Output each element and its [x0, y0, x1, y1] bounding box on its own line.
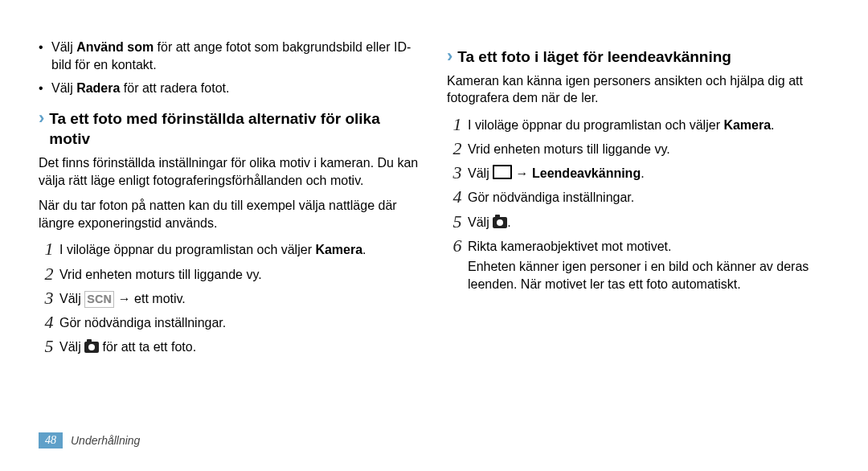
- step-item: 5 Välj för att ta ett foto.: [39, 337, 421, 356]
- step-text: .: [362, 243, 366, 256]
- step-text: Välj: [468, 166, 493, 180]
- paragraph: Det finns förinställda inställningar för…: [39, 154, 421, 189]
- bullet-item: Välj Radera för att radera fotot.: [39, 80, 421, 97]
- step-item: 2 Vrid enheten moturs till liggande vy.: [39, 264, 421, 284]
- step-text: .: [507, 215, 510, 229]
- step-text-bold: Kamera: [723, 118, 771, 132]
- step-text: Vrid enheten moturs till liggande vy.: [59, 264, 421, 284]
- step-text: Gör nödvändiga inställningar.: [468, 187, 829, 207]
- heading-text: Ta ett foto med förinställda alternativ …: [49, 109, 421, 149]
- step-number: 3: [39, 289, 59, 308]
- step-number: 1: [447, 115, 468, 134]
- menu-icon: [493, 165, 512, 179]
- paragraph: Kameran kan känna igen personers ansikte…: [447, 72, 829, 107]
- bullet-text-pre: Välj: [51, 81, 76, 95]
- step-text-bold: Kamera: [315, 243, 362, 256]
- step-number: 4: [39, 313, 59, 332]
- bullet-text-pre: Välj: [51, 40, 76, 54]
- step-number: 2: [39, 264, 59, 284]
- step-item: 1 I viloläge öppnar du programlistan och…: [39, 240, 421, 259]
- chevron-icon: ›: [447, 47, 452, 65]
- step-text: för att ta ett foto.: [99, 340, 196, 354]
- step-text: I viloläge öppnar du programlistan och v…: [468, 118, 723, 132]
- section-heading: › Ta ett foto i läget för leendeavkännin…: [447, 47, 829, 68]
- step-text: →: [512, 166, 532, 180]
- step-text: .: [641, 166, 644, 180]
- step-number: 4: [447, 187, 468, 207]
- scn-icon: SCN: [84, 291, 114, 308]
- step-number: 5: [39, 337, 59, 356]
- page-footer: 48 Underhållning: [39, 432, 140, 448]
- step-item: 1 I viloläge öppnar du programlistan och…: [447, 115, 829, 134]
- step-item: 3 Välj SCN → ett motiv.: [39, 289, 421, 308]
- footer-section-label: Underhållning: [71, 434, 140, 447]
- right-column: › Ta ett foto i läget för leendeavkännin…: [447, 39, 829, 361]
- step-text: Välj: [59, 340, 84, 354]
- step-text: Välj: [468, 215, 493, 229]
- camera-icon: [493, 217, 507, 228]
- left-column: Välj Använd som för att ange fotot som b…: [39, 39, 421, 361]
- step-item: 5 Välj .: [447, 212, 829, 231]
- bullet-text-post: för att radera fotot.: [120, 81, 229, 95]
- heading-text: Ta ett foto i läget för leendeavkänning: [457, 47, 731, 68]
- camera-icon: [84, 342, 99, 353]
- step-item: 4 Gör nödvändiga inställningar.: [39, 313, 421, 332]
- step-text: Rikta kameraobjektivet mot motivet.: [468, 240, 671, 253]
- step-text: Gör nödvändiga inställningar.: [59, 313, 421, 332]
- step-text: I viloläge öppnar du programlistan och v…: [59, 243, 315, 256]
- bullet-text-bold: Använd som: [76, 40, 154, 54]
- step-item: 4 Gör nödvändiga inställningar.: [447, 187, 829, 207]
- step-number: 2: [447, 139, 468, 158]
- chevron-icon: ›: [39, 109, 44, 127]
- paragraph: När du tar foton på natten kan du till e…: [39, 197, 421, 231]
- step-text-bold: Leendeavkänning: [532, 166, 641, 180]
- step-number: 1: [39, 240, 59, 259]
- steps-list: 1 I viloläge öppnar du programlistan och…: [39, 240, 421, 356]
- step-text-extra: Enheten känner igen personer i en bild o…: [468, 260, 809, 291]
- step-item: 6 Rikta kameraobjektivet mot motivet. En…: [447, 236, 829, 293]
- intro-bullets: Välj Använd som för att ange fotot som b…: [39, 39, 421, 97]
- bullet-text-bold: Radera: [76, 81, 120, 95]
- step-number: 6: [447, 236, 468, 256]
- step-number: 5: [447, 212, 468, 231]
- step-item: 3 Välj → Leendeavkänning.: [447, 163, 829, 182]
- steps-list: 1 I viloläge öppnar du programlistan och…: [447, 115, 829, 293]
- bullet-item: Välj Använd som för att ange fotot som b…: [39, 39, 421, 73]
- section-heading: › Ta ett foto med förinställda alternati…: [39, 109, 421, 149]
- step-text: Välj: [59, 292, 84, 305]
- step-item: 2 Vrid enheten moturs till liggande vy.: [447, 139, 829, 158]
- page-number: 48: [39, 432, 63, 448]
- step-number: 3: [447, 163, 468, 182]
- step-text: Vrid enheten moturs till liggande vy.: [468, 139, 829, 158]
- step-text: → ett motiv.: [114, 292, 186, 305]
- step-text: .: [771, 118, 774, 132]
